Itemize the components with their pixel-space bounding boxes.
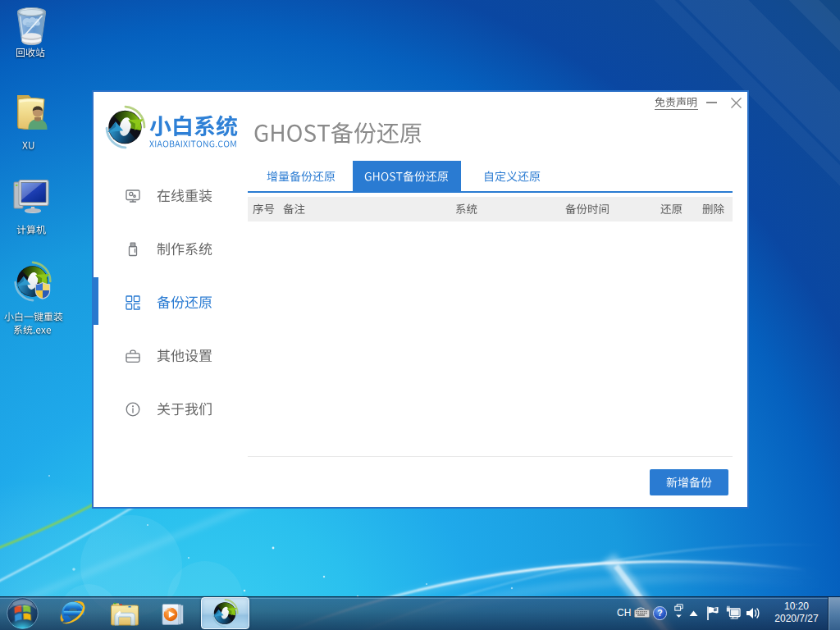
svg-text:?: ?: [657, 608, 662, 618]
